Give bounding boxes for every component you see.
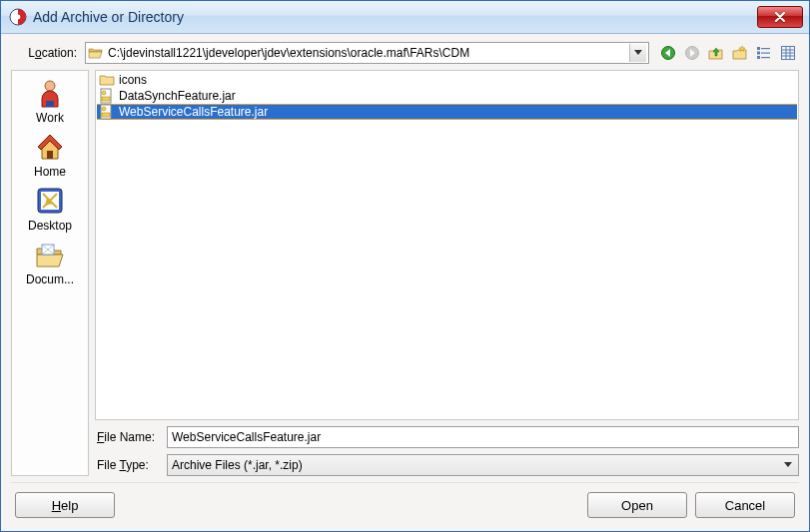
svg-point-24	[102, 91, 106, 95]
svg-point-16	[45, 81, 55, 91]
place-desktop[interactable]: Desktop	[12, 183, 88, 237]
folder-open-icon	[34, 239, 66, 270]
dialog-window: Add Archive or Directory Location: C:\jd…	[0, 0, 810, 532]
list-view-icon	[756, 45, 772, 61]
desktop-icon	[34, 185, 66, 217]
location-combobox[interactable]: C:\jdevinstall1221\jdeveloper\jdev\exten…	[85, 42, 649, 64]
location-row: Location: C:\jdevinstall1221\jdeveloper\…	[11, 42, 799, 64]
mid-area: Work Home	[11, 70, 799, 476]
titlebar: Add Archive or Directory	[1, 1, 809, 34]
svg-rect-18	[47, 151, 53, 159]
dialog-body: Location: C:\jdevinstall1221\jdeveloper\…	[1, 34, 809, 531]
filename-row: File Name:	[95, 426, 799, 448]
close-button[interactable]	[757, 6, 803, 28]
filetype-combobox[interactable]: Archive Files (*.jar, *.zip)	[167, 454, 799, 476]
svg-point-1	[16, 15, 21, 20]
place-documents[interactable]: Docum...	[12, 237, 88, 290]
svg-rect-8	[757, 56, 760, 59]
chevron-down-icon	[782, 462, 794, 468]
file-name: icons	[119, 73, 147, 87]
details-view-button[interactable]	[777, 42, 799, 64]
svg-rect-4	[757, 47, 760, 50]
jar-icon	[99, 88, 115, 104]
file-list[interactable]: icons DataSynchFeature.jar	[95, 70, 799, 420]
app-icon	[9, 8, 27, 26]
svg-rect-6	[757, 52, 760, 55]
cancel-button[interactable]: Cancel	[695, 492, 795, 518]
folder-icon	[99, 72, 115, 88]
location-label: Location:	[11, 46, 81, 60]
places-bar: Work Home	[11, 70, 89, 476]
list-item[interactable]: WebServiceCallsFeature.jar	[97, 104, 797, 120]
svg-rect-26	[102, 113, 110, 117]
place-label: Docum...	[26, 272, 74, 286]
close-icon	[774, 12, 786, 22]
location-path-text: C:\jdevinstall1221\jdeveloper\jdev\exten…	[108, 46, 625, 60]
list-view-button[interactable]	[753, 42, 775, 64]
list-item[interactable]: icons	[97, 72, 797, 88]
new-folder-icon	[732, 45, 748, 61]
svg-rect-23	[102, 97, 110, 101]
place-label: Home	[34, 165, 66, 179]
filename-input[interactable]	[167, 426, 799, 448]
file-name: WebServiceCallsFeature.jar	[119, 105, 268, 119]
place-label: Work	[36, 111, 64, 125]
back-arrow-icon	[660, 45, 676, 61]
place-home[interactable]: Home	[12, 129, 88, 183]
svg-rect-5	[761, 48, 770, 49]
person-icon	[34, 77, 66, 109]
filetype-value: Archive Files (*.jar, *.zip)	[172, 458, 782, 472]
location-dropdown-button[interactable]	[629, 44, 646, 62]
filetype-label: File Type:	[95, 458, 167, 472]
file-name: DataSynchFeature.jar	[119, 89, 236, 103]
up-folder-icon	[708, 45, 724, 61]
svg-rect-9	[761, 57, 770, 58]
place-label: Desktop	[28, 219, 72, 233]
folder-open-icon	[88, 45, 104, 61]
help-button[interactable]: Help	[15, 492, 115, 518]
list-item[interactable]: DataSynchFeature.jar	[97, 88, 797, 104]
place-work[interactable]: Work	[12, 75, 88, 129]
button-bar: Help Open Cancel	[11, 482, 799, 525]
up-button[interactable]	[705, 42, 727, 64]
jar-icon	[99, 104, 115, 120]
new-folder-button[interactable]	[729, 42, 751, 64]
open-button[interactable]: Open	[587, 492, 687, 518]
svg-rect-17	[46, 101, 54, 107]
svg-point-27	[102, 107, 106, 111]
forward-arrow-icon	[684, 45, 700, 61]
forward-button[interactable]	[681, 42, 703, 64]
back-button[interactable]	[657, 42, 679, 64]
filename-label: File Name:	[95, 430, 167, 444]
house-icon	[34, 131, 66, 163]
svg-rect-7	[761, 53, 770, 54]
files-area: icons DataSynchFeature.jar	[95, 70, 799, 476]
window-title: Add Archive or Directory	[33, 9, 757, 25]
details-view-icon	[780, 45, 796, 61]
filetype-row: File Type: Archive Files (*.jar, *.zip)	[95, 454, 799, 476]
location-toolbar	[657, 42, 799, 64]
